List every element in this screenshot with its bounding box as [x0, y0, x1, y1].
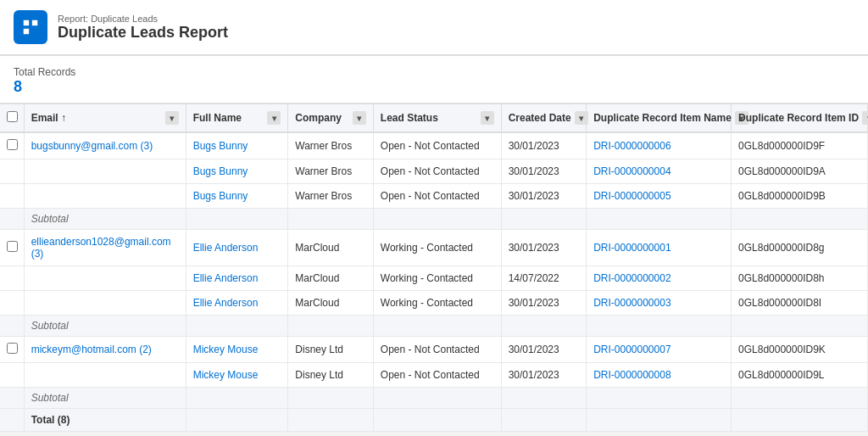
createddate-cell: 30/01/2023 — [501, 159, 587, 184]
table-row: Bugs BunnyWarner BrosOpen - Not Contacte… — [0, 184, 868, 209]
table-row: Ellie AndersonMarCloudWorking - Contacte… — [0, 266, 868, 291]
leadstatus-cell: Open - Not Contacted — [373, 337, 501, 363]
fullname-link[interactable]: Ellie Anderson — [193, 272, 259, 284]
table-wrapper: Email ↑ ▾ Full Name ▾ Company ▾ — [0, 103, 868, 432]
svg-rect-1 — [32, 20, 37, 25]
total-label: Total (8) — [24, 409, 186, 432]
col-createddate: Created Date ▾ — [501, 104, 587, 133]
svg-rect-0 — [24, 20, 29, 25]
email-link[interactable]: ellieanderson1028@gmail.com (3) — [31, 236, 171, 260]
company-cell: MarCloud — [288, 291, 374, 316]
table-row: ellieanderson1028@gmail.com (3)Ellie And… — [0, 230, 868, 266]
dri-id-cell: 0GL8d000000ID9K — [732, 337, 868, 363]
report-icon — [14, 10, 47, 44]
email-filter-icon[interactable]: ▾ — [165, 111, 179, 125]
fullname-link[interactable]: Mickey Mouse — [193, 344, 259, 355]
main-table: Email ↑ ▾ Full Name ▾ Company ▾ — [0, 103, 868, 432]
report-title: Duplicate Leads Report — [58, 24, 228, 42]
col-company: Company ▾ — [288, 104, 374, 133]
company-cell: MarCloud — [288, 230, 374, 266]
col-leadstatus-label: Lead Status — [381, 112, 438, 124]
dri-id-filter-icon[interactable]: ▾ — [862, 111, 868, 125]
row-checkbox[interactable] — [7, 241, 18, 252]
subtotal-label: Subtotal — [24, 209, 186, 230]
dri-id-cell: 0GL8d000000ID9F — [732, 132, 868, 159]
leadstatus-cell: Working - Contacted — [373, 291, 501, 316]
leadstatus-filter-icon[interactable]: ▾ — [481, 111, 494, 125]
company-cell: MarCloud — [288, 266, 374, 291]
fullname-link[interactable]: Ellie Anderson — [193, 297, 259, 309]
fullname-link[interactable]: Mickey Mouse — [193, 369, 259, 381]
dri-name-link[interactable]: DRI-0000000003 — [593, 297, 670, 309]
createddate-cell: 30/01/2023 — [501, 184, 587, 209]
row-checkbox[interactable] — [7, 343, 18, 354]
dri-name-link[interactable]: DRI-0000000002 — [593, 272, 670, 284]
dri-name-link[interactable]: DRI-0000000006 — [593, 140, 670, 152]
leadstatus-cell: Working - Contacted — [373, 266, 501, 291]
select-all-checkbox[interactable] — [7, 111, 18, 122]
leadstatus-cell: Open - Not Contacted — [373, 184, 501, 209]
fullname-link[interactable]: Bugs Bunny — [193, 165, 248, 177]
col-leadstatus: Lead Status ▾ — [373, 104, 501, 133]
dri-id-cell: 0GL8d000000ID8g — [732, 230, 868, 266]
table-row: Bugs BunnyWarner BrosOpen - Not Contacte… — [0, 159, 868, 184]
table-row: mickeym@hotmail.com (2)Mickey MouseDisne… — [0, 337, 868, 363]
col-dri-id-label: Duplicate Record Item ID — [738, 112, 859, 124]
company-cell: Warner Bros — [288, 132, 374, 159]
dri-name-link[interactable]: DRI-0000000008 — [593, 369, 670, 381]
col-dri-name-label: Duplicate Record Item Name — [593, 112, 732, 124]
createddate-cell: 30/01/2023 — [501, 230, 587, 266]
dri-id-cell: 0GL8d000000ID9A — [732, 159, 868, 184]
createddate-cell: 30/01/2023 — [501, 363, 587, 388]
email-link[interactable]: bugsbunny@gmail.com (3) — [31, 140, 153, 152]
company-cell: Disney Ltd — [288, 363, 374, 388]
leadstatus-cell: Working - Contacted — [373, 230, 501, 266]
dri-name-link[interactable]: DRI-0000000005 — [593, 190, 670, 202]
fullname-filter-icon[interactable]: ▾ — [267, 111, 281, 125]
table-row: Mickey MouseDisney LtdOpen - Not Contact… — [0, 363, 868, 388]
company-filter-icon[interactable]: ▾ — [353, 111, 366, 125]
col-checkbox — [0, 104, 24, 133]
records-label: Total Records — [14, 66, 854, 78]
col-createddate-label: Created Date — [509, 112, 571, 124]
company-cell: Warner Bros — [288, 159, 374, 184]
dri-name-link[interactable]: DRI-0000000004 — [593, 165, 670, 177]
dri-name-link[interactable]: DRI-0000000001 — [593, 242, 670, 254]
header-text: Report: Duplicate Leads Duplicate Leads … — [58, 14, 228, 42]
col-fullname: Full Name ▾ — [186, 104, 288, 133]
subtotal-label: Subtotal — [24, 316, 186, 337]
table-row: Ellie AndersonMarCloudWorking - Contacte… — [0, 291, 868, 316]
col-dri-name: Duplicate Record Item Name ▾ — [587, 104, 732, 133]
company-cell: Disney Ltd — [288, 337, 374, 363]
col-email-label: Email ↑ — [31, 112, 66, 124]
dri-id-cell: 0GL8d000000ID9L — [732, 363, 868, 388]
email-link[interactable]: mickeym@hotmail.com (2) — [31, 344, 152, 355]
row-checkbox[interactable] — [7, 139, 18, 150]
table-row: bugsbunny@gmail.com (3)Bugs BunnyWarner … — [0, 132, 868, 159]
createddate-cell: 30/01/2023 — [501, 132, 587, 159]
records-count: 8 — [14, 78, 854, 96]
col-company-label: Company — [295, 112, 342, 124]
fullname-link[interactable]: Bugs Bunny — [193, 190, 248, 202]
col-fullname-label: Full Name — [193, 112, 242, 124]
leadstatus-cell: Open - Not Contacted — [373, 363, 501, 388]
report-subtitle: Report: Duplicate Leads — [58, 14, 228, 24]
subtotal-label: Subtotal — [24, 388, 186, 409]
subtotal-row: Subtotal — [0, 388, 868, 409]
table-header-row: Email ↑ ▾ Full Name ▾ Company ▾ — [0, 104, 868, 133]
dri-id-cell: 0GL8d000000ID8I — [732, 291, 868, 316]
dri-name-link[interactable]: DRI-0000000007 — [593, 344, 670, 355]
total-row: Total (8) — [0, 409, 868, 432]
leadstatus-cell: Open - Not Contacted — [373, 132, 501, 159]
subtotal-row: Subtotal — [0, 209, 868, 230]
createddate-cell: 30/01/2023 — [501, 337, 587, 363]
company-cell: Warner Bros — [288, 184, 374, 209]
col-dri-id: Duplicate Record Item ID ▾ — [732, 104, 868, 133]
fullname-link[interactable]: Ellie Anderson — [193, 242, 259, 254]
subtotal-row: Subtotal — [0, 316, 868, 337]
svg-rect-2 — [24, 29, 29, 34]
fullname-link[interactable]: Bugs Bunny — [193, 140, 248, 152]
summary-section: Total Records 8 — [0, 56, 868, 103]
createddate-cell: 14/07/2022 — [501, 266, 587, 291]
dri-id-cell: 0GL8d000000ID9B — [732, 184, 868, 209]
